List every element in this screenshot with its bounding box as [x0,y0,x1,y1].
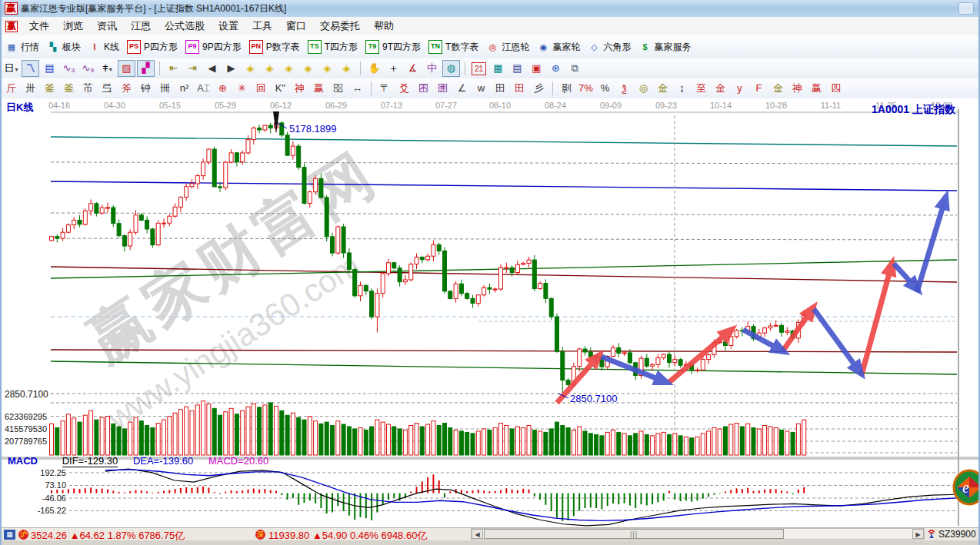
toolbar-button-hexagon[interactable]: ◇六角形 [588,41,631,54]
toolbar-button-kline[interactable]: ⌇K线 [88,41,119,54]
grid-square-2-icon[interactable]: 田 [511,80,528,97]
target-circle-icon[interactable]: ⊕ [214,80,232,97]
angle-lines-icon[interactable]: ∠ [453,80,471,97]
web-tool-icon[interactable]: ⊕ [547,60,565,77]
info-document-icon[interactable]: ▤ [41,60,58,77]
hand-tool-icon[interactable]: ✋ [365,60,383,77]
gold-under-icon[interactable]: 金 [712,80,729,97]
time-ruler-icon[interactable]: 卅 [22,80,39,97]
toolbar-button-t-square[interactable]: TST四方形 [308,40,358,54]
gold-circle-icon[interactable]: ◎ [635,80,652,97]
title-bar[interactable]: 赢 赢家江恩专业版[赢家服务平台] - [上证指数 SH1A0001-167日K… [2,0,978,18]
gann-diamond-star-icon[interactable]: ◈ [338,60,355,77]
menu-item-3[interactable]: 江恩 [124,18,158,33]
gann-diamond-left-icon[interactable]: ◈ [242,60,259,77]
shen-angle-icon[interactable]: 神 [788,80,806,97]
candle-tool-dropdown-dropdown-arrow[interactable]: ▾ [109,66,112,73]
k-mark-icon[interactable]: K" [272,80,289,97]
grid-square-1-icon[interactable]: 田 [492,80,509,97]
smart-analysis-icon[interactable]: ◍ [442,60,460,77]
golden-section-2-icon[interactable]: 釜 [60,80,78,97]
first-page-icon[interactable]: ⇤ [165,60,182,77]
map-mode-icon[interactable]: ▨ [118,60,135,77]
menu-item-2[interactable]: 资讯 [90,18,124,33]
toolbar-button-9p-square[interactable]: P99P四方形 [185,40,242,54]
notes-tool-icon[interactable]: ▤ [508,60,526,77]
knife-cycle-icon[interactable]: 斧 [118,80,135,97]
percent-icon[interactable]: % [596,80,614,97]
grid-123-icon[interactable]: 㗊 [329,80,347,97]
percent-7-icon[interactable]: 7% [577,80,595,97]
toolbar-button-quotes[interactable]: ▦行情 [5,41,39,54]
kline-chart-area[interactable]: 赢家财富网www.yingjia360.com04-1604-3005-1505… [2,98,980,527]
percent-line-icon[interactable]: ѯ [615,80,633,97]
toolbar-button-p-square[interactable]: PSP四方形 [127,40,178,54]
menu-item-5[interactable]: 设置 [212,18,245,33]
calendar-tool-icon[interactable]: 21 [472,62,486,75]
four-angle-icon[interactable]: 四 [827,80,845,97]
yao-line-icon[interactable]: 至 [692,80,710,97]
a-divider-icon[interactable]: A⌶ [195,80,212,97]
volume-profile-icon[interactable]: ▞ [137,60,155,77]
gann-mark-tool-icon[interactable]: 中 [423,60,441,77]
toolbar-button-sectors[interactable]: ▚板块 [47,41,81,54]
square-grid-red-icon[interactable]: 回 [252,80,270,97]
gold-angle-icon[interactable]: 金 [769,80,787,97]
fence-lines-icon[interactable]: 芇 [79,80,97,97]
macd-indicator-label[interactable]: MACD [8,455,38,467]
menu-item-1[interactable]: 浏览 [56,18,90,33]
dense-ruler-icon[interactable]: 卌 [156,80,174,97]
current-stock-code[interactable]: SZ39900 [938,529,980,540]
scroll-right-button[interactable]: ▶ [912,529,924,539]
gann-box-icon[interactable]: 〒 [376,80,394,97]
menu-item-7[interactable]: 窗口 [279,18,313,33]
scroll-left-button[interactable]: ◀ [472,529,483,539]
menu-item-4[interactable]: 公式选股 [158,18,212,33]
workstation-tool-icon[interactable]: ⧉ [566,60,584,77]
toolbar-button-winner-service[interactable]: $赢家服务 [638,41,691,54]
status-grid-icon[interactable]: ▦ [4,530,15,540]
slash-lines-icon[interactable]: 彡 [530,80,548,97]
draw-knife-icon[interactable]: 斤 [2,80,20,97]
f-angle-icon[interactable]: F [750,80,768,97]
candle-style-dropdown-dropdown-arrow[interactable]: ▾ [15,66,18,73]
menu-item-6[interactable]: 工具 [245,18,279,33]
scrollbar-thumb[interactable]: ||| [484,529,784,539]
menu-item-0[interactable]: 文件 [22,18,56,33]
box-purple-icon[interactable]: 囨 [415,80,432,97]
save-tool-icon[interactable]: ▣ [528,60,545,77]
gann-diamond-all-icon[interactable]: ◈ [318,60,336,77]
golden-section-1-icon[interactable]: 釜 [41,80,58,97]
prev-page-icon[interactable]: ◀ [203,60,221,77]
toolbar-button-p-number-table[interactable]: PNP数字表 [249,40,300,54]
wave-3-tool-icon[interactable]: ∿₃ [60,60,78,77]
ying-angle-icon[interactable]: 赢 [808,80,825,97]
wave-9-tool-icon[interactable]: ∿₉ [79,60,97,77]
spiral-tool-icon[interactable]: 弖 [98,80,116,97]
toolbar-button-winner-wheel[interactable]: ◉赢家轮 [537,41,580,54]
gann-diamond-right-icon[interactable]: ◈ [261,60,278,77]
next-page-icon[interactable]: ▶ [222,60,240,77]
shen-tool-icon[interactable]: 神 [291,80,308,97]
star-grid-icon[interactable]: ✳ [233,80,251,97]
gold-line-icon[interactable]: 金 [654,80,672,97]
calculator-tool-icon[interactable]: ▦ [489,60,507,77]
ying-tool-icon[interactable]: 赢 [310,80,328,97]
toolbar-button-gann-wheel[interactable]: ◎江恩轮 [486,41,529,54]
n-square-icon[interactable]: n² [175,80,193,97]
gann-diamond-cross-icon[interactable]: ◈ [299,60,317,77]
candle-style-dropdown-icon[interactable]: 日▾ [2,60,20,77]
menu-item-8[interactable]: 交易委托 [313,18,367,33]
horizontal-scrollbar[interactable]: ◀ ||| ▶ [471,528,925,540]
last-page-icon[interactable]: ⇥ [184,60,202,77]
h-span-icon[interactable]: ↔ [348,80,366,97]
updown-mark-icon[interactable]: ↨ [673,80,691,97]
menu-item-9[interactable]: 帮助 [367,18,401,33]
toolbar-button-9t-square[interactable]: T99T四方形 [365,40,421,54]
clock-cycle-icon[interactable]: 钟 [137,80,155,97]
fan-lines-red-icon[interactable]: 爻 [395,80,413,97]
gann-diamond-h-icon[interactable]: ◈ [280,60,298,77]
window-control-button[interactable] [958,2,974,15]
zigzag-analysis-icon[interactable]: 〽 [22,60,39,77]
y-angle-icon[interactable]: y [731,80,748,97]
